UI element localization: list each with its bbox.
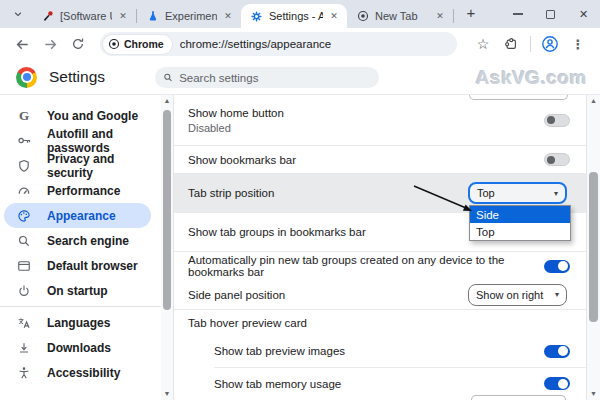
scroll-up-icon[interactable]: ▲ (587, 95, 600, 107)
appearance-settings-card: Show home button Disabled Show bookmarks… (173, 95, 587, 400)
sidebar-item-you-and-google[interactable]: G You and Google (0, 103, 151, 128)
show-tab-memory-usage-toggle[interactable] (544, 377, 570, 390)
tab-software-update[interactable]: [Software Updat ✕ (32, 4, 136, 28)
row-show-bookmarks-bar: Show bookmarks bar (174, 146, 586, 173)
search-icon (16, 233, 32, 249)
tab-title: New Tab (375, 10, 429, 22)
sidebar-item-privacy[interactable]: Privacy and security (0, 153, 151, 178)
new-tab-button[interactable]: + (460, 3, 482, 25)
puzzle-piece-icon (504, 37, 518, 51)
sidebar-item-downloads[interactable]: Downloads (0, 335, 151, 360)
sidebar-item-label: Accessibility (47, 366, 120, 380)
setting-label: Side panel position (188, 289, 285, 301)
back-button[interactable] (10, 32, 34, 56)
setting-label: Show bookmarks bar (188, 154, 296, 166)
sidebar-item-on-startup[interactable]: On startup (0, 278, 151, 303)
sidebar-item-label: Languages (47, 316, 110, 330)
profile-button[interactable] (538, 32, 562, 56)
chevron-down-icon (13, 9, 23, 19)
download-icon (16, 340, 32, 356)
tab-close-icon[interactable]: ✕ (433, 9, 447, 23)
settings-header: Settings AskVG.com (0, 60, 600, 95)
chrome-logo-icon (16, 67, 37, 88)
setting-label: Show home button (188, 107, 284, 119)
settings-gear-icon (250, 10, 263, 23)
url-text[interactable]: chrome://settings/appearance (180, 38, 332, 50)
scroll-down-icon[interactable]: ▼ (587, 388, 600, 400)
scrollbar-thumb[interactable] (589, 172, 598, 322)
bookmark-star-button[interactable]: ☆ (471, 32, 495, 56)
menu-option-side[interactable]: Side (470, 206, 570, 223)
show-tab-preview-images-toggle[interactable] (544, 345, 570, 358)
sidebar-item-languages[interactable]: Languages (0, 310, 151, 335)
sidebar-item-accessibility[interactable]: Accessibility (0, 360, 151, 385)
profile-avatar-icon (541, 35, 559, 53)
tab-title: [Software Updat (60, 10, 112, 22)
extensions-button[interactable] (499, 32, 523, 56)
tab-settings-active[interactable]: Settings - Appea ✕ (241, 4, 347, 28)
sidebar-item-label: Performance (47, 184, 120, 198)
tab-close-icon[interactable]: ✕ (327, 9, 341, 23)
sidebar-item-autofill[interactable]: Autofill and passwords (0, 128, 151, 153)
sidebar-divider (0, 306, 161, 307)
browser-menu-button[interactable]: ⋮ (566, 32, 590, 56)
tab-separator (453, 9, 454, 23)
content-scrollbar[interactable]: ▲ ▼ (587, 95, 600, 400)
side-panel-position-select[interactable]: Show on right ▾ (468, 284, 567, 306)
tab-title: Experiments (165, 10, 217, 22)
kebab-icon: ⋮ (572, 37, 585, 52)
chrome-mono-icon (108, 38, 120, 50)
power-icon (16, 283, 32, 299)
tab-experiments[interactable]: Experiments ✕ (137, 4, 241, 28)
sidebar-item-label: Default browser (47, 259, 138, 273)
chrome-mono-icon (356, 10, 369, 23)
tab-close-icon[interactable]: ✕ (116, 9, 130, 23)
menu-option-top[interactable]: Top (470, 223, 570, 240)
setting-label: Tab strip position (188, 187, 274, 199)
caret-down-icon: ▾ (555, 290, 559, 299)
toolbar-separator (530, 36, 531, 52)
row-show-home-button: Show home button Disabled (174, 95, 586, 145)
tab-new-tab[interactable]: New Tab ✕ (347, 4, 453, 28)
setting-label: Show tab memory usage (214, 378, 341, 390)
auto-pin-toggle[interactable] (544, 260, 570, 273)
sidebar-item-performance[interactable]: Performance (0, 178, 151, 203)
setting-label: Show tab preview images (214, 345, 345, 357)
settings-search-box[interactable] (155, 67, 379, 88)
tab-search-button[interactable] (6, 4, 30, 24)
accessibility-icon (16, 365, 32, 381)
forward-button[interactable] (38, 32, 62, 56)
sidebar-scrollbar[interactable]: ▲ ▼ (161, 95, 173, 400)
forward-icon (43, 37, 58, 52)
sidebar-item-default-browser[interactable]: Default browser (0, 253, 151, 278)
tab-strip-position-select[interactable]: Top ▾ (468, 182, 567, 204)
site-chip[interactable]: Chrome (103, 35, 172, 54)
address-bar[interactable]: Chrome chrome://settings/appearance (100, 32, 457, 56)
reload-button[interactable] (66, 32, 90, 56)
sidebar-item-search-engine[interactable]: Search engine (0, 228, 151, 253)
settings-sidebar: G You and Google Autofill and passwords … (0, 95, 161, 400)
minimize-button[interactable] (501, 0, 534, 28)
row-show-tab-preview-images: Show tab preview images (174, 335, 586, 367)
reload-icon (71, 37, 85, 51)
sidebar-item-label: You and Google (47, 109, 138, 123)
scrollbar-thumb[interactable] (163, 110, 171, 310)
partial-dropdown-below (471, 395, 566, 400)
maximize-icon (546, 10, 555, 19)
flask-icon (146, 10, 159, 23)
maximize-button[interactable] (534, 0, 567, 28)
close-window-button[interactable]: ✕ (567, 0, 600, 28)
show-bookmarks-bar-toggle[interactable] (544, 153, 570, 166)
scroll-up-icon[interactable]: ▲ (161, 95, 173, 107)
site-chip-label: Chrome (124, 38, 164, 50)
minimize-icon (513, 13, 523, 15)
back-icon (15, 37, 30, 52)
translate-icon (16, 315, 32, 331)
sidebar-item-appearance[interactable]: Appearance (4, 203, 151, 228)
tab-close-icon[interactable]: ✕ (221, 9, 235, 23)
sidebar-item-label: Privacy and security (47, 152, 151, 180)
settings-search-input[interactable] (179, 72, 371, 84)
scroll-down-icon[interactable]: ▼ (161, 388, 173, 400)
show-home-button-toggle[interactable] (544, 114, 570, 127)
select-value: Show on right (476, 289, 543, 301)
